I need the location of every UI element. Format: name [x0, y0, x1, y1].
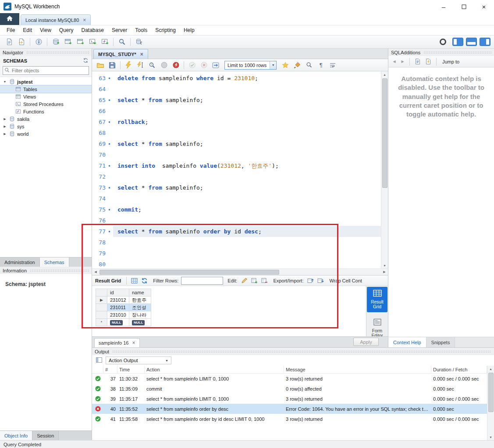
home-tab[interactable] [0, 13, 19, 25]
scroll-down-icon[interactable]: ▼ [381, 262, 388, 268]
output-view-select[interactable]: Action Output ▼ [106, 356, 171, 364]
menu-item-database[interactable]: Database [78, 26, 108, 35]
export-results-icon[interactable] [306, 275, 315, 286]
output-column-message[interactable]: Message [284, 366, 431, 373]
rollback-icon[interactable] [198, 60, 210, 71]
cell-name[interactable]: 장나라 [129, 311, 151, 319]
execute-current-statement-icon[interactable] [135, 60, 146, 71]
editor-line-73[interactable]: 73●select * from sampleinfo; [92, 182, 381, 193]
refresh-results-icon[interactable] [140, 275, 149, 286]
minimize-button[interactable]: – [434, 0, 454, 13]
editor-line-74[interactable]: 74 [92, 193, 381, 204]
result-row[interactable]: 231011조인성 [96, 304, 151, 311]
toggle-left-sidebar-button[interactable] [452, 38, 463, 46]
cell-id[interactable]: 231011 [107, 304, 129, 311]
cell-id[interactable]: NULL [107, 319, 129, 326]
cell-id[interactable]: 231010 [107, 311, 129, 319]
tree-expanded-icon[interactable]: ▼ [3, 80, 7, 83]
invisible-characters-icon[interactable]: ¶ [315, 60, 327, 71]
tab-schemas[interactable]: Schemas [40, 258, 69, 267]
editor-line-72[interactable]: 72 [92, 171, 381, 182]
output-column--[interactable]: # [103, 366, 117, 373]
status-ring-icon[interactable] [440, 39, 446, 45]
menu-item-query[interactable]: Query [55, 26, 78, 35]
menu-item-tools[interactable]: Tools [131, 26, 151, 35]
inspector-icon[interactable] [33, 37, 44, 47]
editor-hscroll-thumb[interactable] [100, 270, 279, 275]
result-row[interactable]: 231010장나라 [96, 311, 151, 319]
help-back-icon[interactable]: ◀ [391, 60, 398, 63]
menu-item-view[interactable]: View [36, 26, 55, 35]
tree-item-world[interactable]: ▶world [0, 130, 92, 138]
output-column-duration-fetch[interactable]: Duration / Fetch [431, 366, 487, 373]
editor-line-70[interactable]: 70 [92, 149, 381, 160]
save-script-icon[interactable] [107, 60, 118, 71]
open-script-icon[interactable] [95, 60, 106, 71]
editor-line-71[interactable]: 71●insert into sampleinfo value(231012, … [92, 160, 381, 171]
help-forward-icon[interactable]: ▶ [399, 60, 406, 63]
search-data-icon[interactable] [116, 37, 128, 47]
cell-name[interactable]: 조인성 [129, 304, 151, 311]
menu-item-help[interactable]: Help [180, 26, 199, 35]
new-query-tab-icon[interactable] [4, 37, 15, 47]
jump-to-label[interactable]: Jump to [442, 59, 459, 64]
import-records-icon[interactable] [316, 275, 325, 286]
editor-line-66[interactable]: 66 [92, 106, 381, 116]
tree-collapsed-icon[interactable]: ▶ [3, 117, 7, 121]
menu-item-file[interactable]: File [3, 26, 19, 35]
edit-record-icon[interactable] [240, 275, 249, 286]
output-row[interactable]: 4011:35:52select * from sampleinfo order… [92, 404, 487, 414]
open-sql-script-icon[interactable] [16, 37, 27, 47]
wrap-text-icon[interactable] [327, 60, 338, 71]
apply-button[interactable]: Apply [353, 338, 379, 346]
tree-item-sakila[interactable]: ▶sakila [0, 115, 92, 123]
dropdown-arrow-icon[interactable]: ▼ [270, 61, 276, 69]
execute-icon[interactable] [123, 60, 134, 71]
scroll-left-icon[interactable]: ◀ [92, 269, 99, 275]
editor-line-69[interactable]: 69●select * from sampleinfo; [92, 138, 381, 149]
editor-line-77[interactable]: 77●select * from sampleinfo order by id … [92, 226, 381, 237]
close-button[interactable]: × [474, 0, 494, 13]
result-tab-close-icon[interactable]: × [132, 340, 135, 346]
editor-line-64[interactable]: 64 [92, 84, 381, 95]
output-row[interactable]: 3711:30:32select * from sampleinfo LIMIT… [92, 374, 487, 384]
result-row[interactable]: *NULLNULL [96, 319, 151, 326]
toggle-autocommit-icon[interactable] [210, 60, 221, 71]
tree-item-views[interactable]: Views [0, 93, 92, 100]
editor-tab-close-icon[interactable]: × [140, 52, 143, 57]
output-scroll-up-icon[interactable]: ▲ [487, 366, 494, 372]
output-dropdown-arrow-icon[interactable]: ▼ [165, 359, 168, 362]
delete-row-icon[interactable] [260, 275, 269, 286]
stop-icon[interactable] [158, 60, 170, 71]
maximize-button[interactable] [454, 0, 474, 13]
editor-vscroll-thumb[interactable] [382, 78, 387, 188]
result-row[interactable]: ▶231012한효주 [96, 296, 151, 304]
tree-item-sys[interactable]: ▶sys [0, 123, 92, 130]
cell-name[interactable]: 한효주 [129, 296, 151, 304]
connection-tab[interactable]: Local instance MySQL80 × [21, 14, 91, 25]
column-header-name[interactable]: name [129, 289, 151, 296]
filter-rows-input[interactable] [181, 277, 223, 285]
tree-item-jsptest[interactable]: ▼jsptest [0, 78, 92, 85]
result-grid-button[interactable]: Result Grid [367, 287, 387, 312]
column-header-id[interactable]: id [107, 289, 129, 296]
editor-line-75[interactable]: 75●commit; [92, 204, 381, 215]
create-function-icon[interactable] [99, 37, 110, 47]
tab-snippets[interactable]: Snippets [426, 337, 455, 347]
create-view-icon[interactable] [75, 37, 86, 47]
menu-item-scripting[interactable]: Scripting [151, 26, 180, 35]
scroll-right-icon[interactable]: ▶ [381, 269, 388, 275]
output-row[interactable]: 4111:35:58select * from sampleinfo order… [92, 414, 487, 424]
editor-line-76[interactable]: 76 [92, 215, 381, 226]
tab-object-info[interactable]: Object Info [0, 431, 32, 440]
tab-session[interactable]: Session [32, 431, 59, 440]
toggle-bottom-panel-button[interactable] [466, 38, 477, 46]
commit-icon[interactable] [186, 60, 198, 71]
grid-view-icon[interactable] [130, 275, 139, 286]
output-column-action[interactable]: Action [145, 366, 284, 373]
output-row[interactable]: 3811:35:09commit0 row(s) affected0.000 s… [92, 384, 487, 394]
menu-item-edit[interactable]: Edit [19, 26, 36, 35]
limit-rows-select[interactable]: Limit to 1000 rows ▼ [224, 61, 277, 70]
tree-collapsed-icon[interactable]: ▶ [3, 132, 7, 136]
create-schema-icon[interactable] [50, 37, 61, 47]
